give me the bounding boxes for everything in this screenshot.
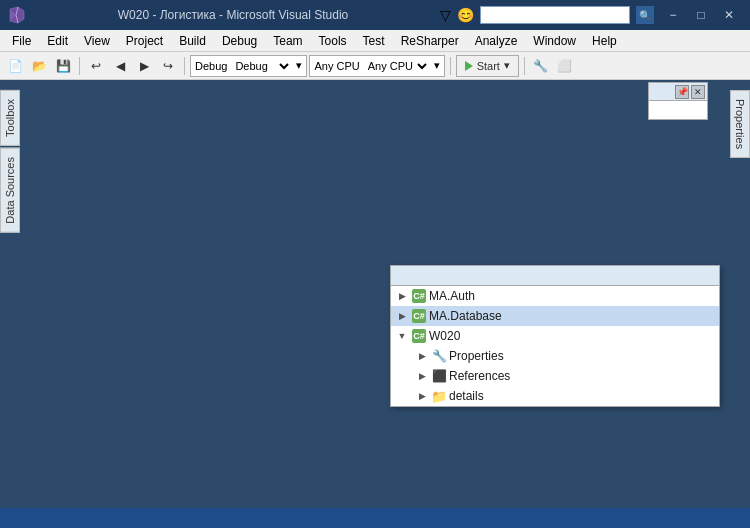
- tree-item-references[interactable]: ▶ ⬛ References: [391, 366, 719, 386]
- title-bar: W020 - Логистика - Microsoft Visual Stud…: [0, 0, 750, 30]
- filter-icon: ▽: [440, 7, 451, 23]
- restore-button[interactable]: □: [688, 5, 714, 25]
- menu-build[interactable]: Build: [171, 30, 214, 51]
- play-icon: [465, 61, 473, 71]
- search-input[interactable]: [480, 6, 630, 24]
- right-panel: Properties: [730, 80, 750, 508]
- folder-icon-details: 📁: [431, 388, 447, 404]
- toolbar-extra2[interactable]: ⬜: [554, 55, 576, 77]
- menu-help[interactable]: Help: [584, 30, 625, 51]
- debug-mode-dropdown[interactable]: Debug Debug Release ▾: [190, 55, 307, 77]
- debug-mode-label: Debug: [195, 60, 227, 72]
- tree-label-ma-database: MA.Database: [429, 309, 502, 323]
- sep4: [524, 57, 525, 75]
- platform-select[interactable]: Any CPU x86 x64: [364, 59, 430, 73]
- float-panel-content: [649, 101, 707, 119]
- tree-label-details: details: [449, 389, 484, 403]
- expand-references[interactable]: ▶: [415, 369, 429, 383]
- close-button[interactable]: ✕: [716, 5, 742, 25]
- vs-logo: [8, 6, 26, 24]
- menu-edit[interactable]: Edit: [39, 30, 76, 51]
- tree-item-properties[interactable]: ▶ 🔧 Properties: [391, 346, 719, 366]
- prop-icon-properties: 🔧: [431, 348, 447, 364]
- cs-icon-w020: C#: [411, 328, 427, 344]
- menu-debug[interactable]: Debug: [214, 30, 265, 51]
- float-pin-button[interactable]: 📌: [675, 85, 689, 99]
- solution-explorer-panel: ▶ C# MA.Auth ▶ C# MA.Database ▼ C# W020 …: [390, 265, 720, 407]
- toolbar-fwd[interactable]: ▶: [133, 55, 155, 77]
- tree-item-w020[interactable]: ▼ C# W020: [391, 326, 719, 346]
- start-button[interactable]: Start ▾: [456, 55, 519, 77]
- tree-item-details[interactable]: ▶ 📁 details: [391, 386, 719, 406]
- cs-icon-ma-auth: C#: [411, 288, 427, 304]
- search-button[interactable]: 🔍: [636, 6, 654, 24]
- expand-details[interactable]: ▶: [415, 389, 429, 403]
- main-area: Toolbox Data Sources 📌 ✕ ▶ C# MA.Auth ▶: [0, 80, 750, 508]
- tree-item-ma-auth[interactable]: ▶ C# MA.Auth: [391, 286, 719, 306]
- cs-icon-ma-database: C#: [411, 308, 427, 324]
- window-title: W020 - Логистика - Microsoft Visual Stud…: [32, 8, 434, 22]
- menu-window[interactable]: Window: [525, 30, 584, 51]
- menu-resharper[interactable]: ReSharper: [393, 30, 467, 51]
- menu-project[interactable]: Project: [118, 30, 171, 51]
- menu-tools[interactable]: Tools: [311, 30, 355, 51]
- minimize-button[interactable]: −: [660, 5, 686, 25]
- tree-label-properties: Properties: [449, 349, 504, 363]
- toolbar-extra[interactable]: 🔧: [530, 55, 552, 77]
- expand-properties[interactable]: ▶: [415, 349, 429, 363]
- platform-dropdown[interactable]: Any CPU Any CPU x86 x64 ▾: [309, 55, 444, 77]
- status-bar: [0, 508, 750, 528]
- platform-label: Any CPU: [314, 60, 359, 72]
- toolbar: 📄 📂 💾 ↩ ◀ ▶ ↪ Debug Debug Release ▾ Any …: [0, 52, 750, 80]
- tree-label-ma-auth: MA.Auth: [429, 289, 475, 303]
- toolbar-save[interactable]: 💾: [52, 55, 74, 77]
- menu-bar: File Edit View Project Build Debug Team …: [0, 30, 750, 52]
- left-tabs: Toolbox Data Sources: [0, 80, 20, 508]
- tree-label-references: References: [449, 369, 510, 383]
- content-area: 📌 ✕ ▶ C# MA.Auth ▶ C# MA.Database ▼: [20, 80, 730, 508]
- data-sources-tab[interactable]: Data Sources: [0, 148, 20, 233]
- toolbar-new[interactable]: 📄: [4, 55, 26, 77]
- tree-label-w020: W020: [429, 329, 460, 343]
- expand-ma-database[interactable]: ▶: [395, 309, 409, 323]
- float-close-button[interactable]: ✕: [691, 85, 705, 99]
- menu-analyze[interactable]: Analyze: [467, 30, 526, 51]
- start-label: Start: [477, 60, 500, 72]
- menu-file[interactable]: File: [4, 30, 39, 51]
- debug-chevron-icon: ▾: [296, 59, 302, 72]
- toolbar-open[interactable]: 📂: [28, 55, 50, 77]
- toolbox-tab[interactable]: Toolbox: [0, 90, 20, 146]
- tree-item-ma-database[interactable]: ▶ C# MA.Database: [391, 306, 719, 326]
- window-controls: − □ ✕: [660, 5, 742, 25]
- toolbar-back[interactable]: ↩: [85, 55, 107, 77]
- ref-icon-references: ⬛: [431, 368, 447, 384]
- platform-chevron-icon: ▾: [434, 59, 440, 72]
- solution-explorer-header: [391, 266, 719, 286]
- toolbar-undo[interactable]: ◀: [109, 55, 131, 77]
- start-dropdown-icon: ▾: [504, 59, 510, 72]
- float-panel-header: 📌 ✕: [649, 83, 707, 101]
- expand-w020[interactable]: ▼: [395, 329, 409, 343]
- sep1: [79, 57, 80, 75]
- sep2: [184, 57, 185, 75]
- menu-team[interactable]: Team: [265, 30, 310, 51]
- title-search-area: ▽ 😊 🔍: [440, 6, 654, 24]
- sep3: [450, 57, 451, 75]
- expand-ma-auth[interactable]: ▶: [395, 289, 409, 303]
- properties-tab[interactable]: Properties: [730, 90, 750, 158]
- toolbar-redo[interactable]: ↪: [157, 55, 179, 77]
- menu-test[interactable]: Test: [355, 30, 393, 51]
- smiley-icon: 😊: [457, 7, 474, 23]
- float-panel: 📌 ✕: [648, 82, 708, 120]
- menu-view[interactable]: View: [76, 30, 118, 51]
- debug-mode-select[interactable]: Debug Release: [231, 59, 292, 73]
